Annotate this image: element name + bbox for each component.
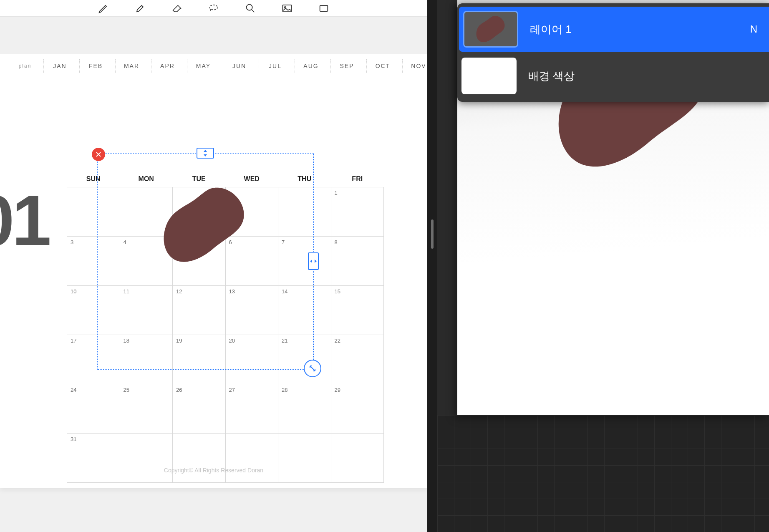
layer-name: 레이어 1	[530, 22, 739, 37]
calendar-cell[interactable]	[278, 187, 331, 237]
selection-close-button[interactable]	[92, 148, 105, 161]
calendar-cell[interactable]	[225, 434, 278, 483]
left-app-pane: plan JAN FEB MAR APR MAY JUN JUL AUG SEP…	[0, 0, 427, 532]
plan-tab[interactable]: plan	[10, 60, 40, 72]
canvas-background-grid	[437, 415, 769, 532]
month-tab-jul[interactable]: JUL	[259, 59, 291, 73]
calendar-cell[interactable]: 3	[67, 237, 120, 286]
highlighter-icon[interactable]	[134, 3, 146, 14]
document-page: plan JAN FEB MAR APR MAY JUN JUL AUG SEP…	[0, 54, 427, 488]
month-tab-oct[interactable]: OCT	[366, 59, 399, 73]
calendar-cell[interactable]: 1	[331, 187, 384, 237]
layer-row-background[interactable]: 배경 색상	[457, 53, 769, 98]
layer-blend-mode[interactable]: N	[750, 23, 757, 35]
split-divider[interactable]	[427, 0, 437, 532]
month-tab-jun[interactable]: JUN	[223, 59, 255, 73]
calendar-cell[interactable]: 15	[331, 286, 384, 335]
layer-row-1[interactable]: 레이어 1 N	[459, 7, 769, 52]
calendar-cell[interactable]: 26	[173, 384, 226, 434]
svg-rect-2	[283, 5, 292, 11]
calendar-cell[interactable]	[173, 434, 226, 483]
day-header: THU	[278, 171, 331, 187]
calendar-cell[interactable]: 22	[331, 335, 384, 384]
calendar-cell[interactable]: 13	[225, 286, 278, 335]
toolbar	[0, 0, 427, 17]
close-icon	[96, 151, 101, 157]
resize-vertical-icon	[203, 150, 208, 156]
shape-icon[interactable]	[318, 3, 330, 14]
calendar-cell[interactable]: 7	[278, 237, 331, 286]
calendar-cell[interactable]: 27	[225, 384, 278, 434]
layer-thumbnail	[461, 58, 517, 94]
month-tab-jan[interactable]: JAN	[43, 59, 76, 73]
month-tab-nov[interactable]: NOV	[402, 59, 427, 73]
selection-scale-handle[interactable]	[304, 360, 321, 377]
calendar-cell[interactable]	[331, 434, 384, 483]
right-app-pane: 레이어 1 N 배경 색상	[437, 0, 769, 532]
calendar-cell[interactable]: 12	[173, 286, 226, 335]
calendar-cell[interactable]	[120, 434, 173, 483]
document-viewport: plan JAN FEB MAR APR MAY JUN JUL AUG SEP…	[0, 17, 427, 532]
zoom-icon[interactable]	[245, 3, 256, 14]
month-tab-sep[interactable]: SEP	[330, 59, 363, 73]
calendar-cell[interactable]: 24	[67, 384, 120, 434]
selection-resize-vertical-handle[interactable]	[197, 148, 214, 159]
resize-horizontal-icon	[310, 259, 317, 264]
lasso-icon[interactable]	[208, 3, 219, 14]
pen-icon[interactable]	[98, 3, 109, 14]
selection-resize-horizontal-handle[interactable]	[308, 252, 319, 270]
svg-point-1	[247, 4, 252, 10]
month-tabs: plan JAN FEB MAR APR MAY JUN JUL AUG SEP…	[0, 54, 427, 78]
calendar-cell[interactable]: 31	[67, 434, 120, 483]
calendar-cell[interactable]: 25	[120, 384, 173, 434]
image-icon[interactable]	[281, 3, 293, 14]
calendar-cell[interactable]: 21	[278, 335, 331, 384]
svg-point-0	[210, 5, 218, 10]
month-tab-apr[interactable]: APR	[151, 59, 184, 73]
calendar-cell[interactable]	[278, 434, 331, 483]
layer-thumbnail	[463, 11, 518, 48]
big-month-number: 01	[0, 179, 49, 261]
canvas-area: 레이어 1 N 배경 색상	[437, 0, 769, 532]
divider-grab-handle[interactable]	[431, 219, 434, 249]
calendar-cell[interactable]: 28	[278, 384, 331, 434]
month-tab-may[interactable]: MAY	[187, 59, 219, 73]
layer-name: 배경 색상	[528, 69, 746, 83]
calendar-cell[interactable]: 17	[67, 335, 120, 384]
calendar-cell[interactable]: 8	[331, 237, 384, 286]
calendar-cell[interactable]: 18	[120, 335, 173, 384]
calendar-cell[interactable]: 10	[67, 286, 120, 335]
layers-panel: 레이어 1 N 배경 색상	[457, 3, 769, 102]
month-tab-aug[interactable]: AUG	[295, 59, 327, 73]
month-tab-mar[interactable]: MAR	[115, 59, 148, 73]
calendar-cell[interactable]: 14	[278, 286, 331, 335]
eraser-icon[interactable]	[171, 3, 183, 14]
scale-icon	[308, 364, 317, 373]
pasted-blob-shape[interactable]	[159, 184, 250, 267]
day-header: FRI	[331, 171, 384, 187]
calendar-cell[interactable]: 19	[173, 335, 226, 384]
calendar-cell[interactable]: 11	[120, 286, 173, 335]
calendar-cell[interactable]: 29	[331, 384, 384, 434]
calendar-cell[interactable]	[67, 187, 120, 237]
svg-point-3	[285, 6, 286, 8]
calendar-cell[interactable]: 20	[225, 335, 278, 384]
copyright-text: Copyright© All Rights Reserved Doran	[0, 467, 427, 474]
day-header: SUN	[67, 171, 120, 187]
month-tab-feb[interactable]: FEB	[79, 59, 112, 73]
svg-rect-4	[320, 5, 328, 11]
